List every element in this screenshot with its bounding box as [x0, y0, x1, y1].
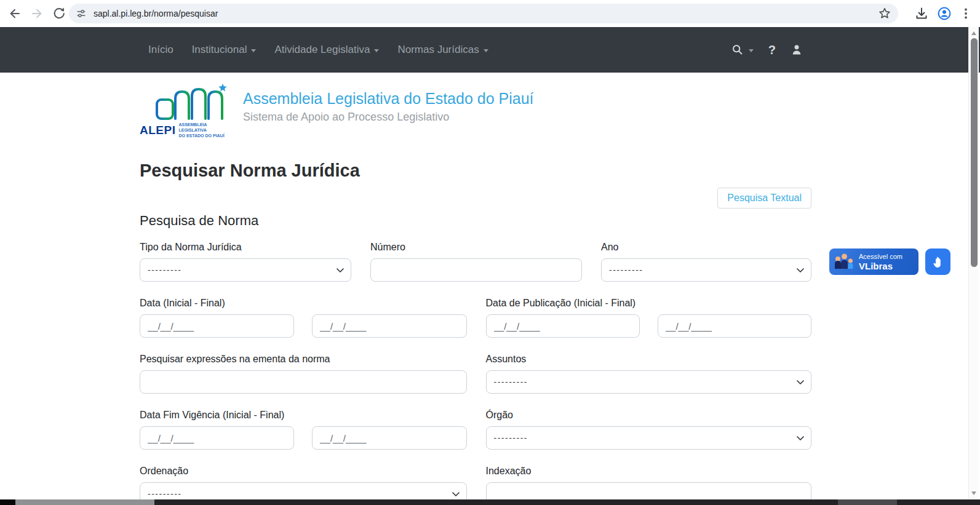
help-button[interactable]: ? — [768, 43, 776, 57]
nav-item-label: Atividade Legislativa — [274, 44, 370, 56]
brand-text: Assembleia Legislativa do Estado do Piau… — [243, 83, 534, 138]
profile-icon[interactable] — [937, 6, 952, 21]
ano-label: Ano — [601, 242, 811, 253]
back-icon[interactable] — [7, 6, 22, 21]
nav-item-institucional[interactable]: Institucional — [187, 39, 261, 61]
star-icon — [218, 84, 226, 92]
alepi-logo-glyph — [154, 83, 228, 121]
scrollbar-thumb[interactable] — [971, 38, 978, 267]
orgao-select[interactable]: --------- — [486, 426, 812, 450]
page-content: ALEPI ASSEMBLEIA LEGISLATIVADO ESTADO DO… — [0, 73, 980, 505]
menu-kebab-icon[interactable] — [958, 6, 973, 21]
chevron-down-icon — [797, 380, 804, 385]
browser-window: sapl.al.pi.leg.br/norma/pesquisar Início… — [0, 0, 980, 505]
scroll-down-arrow[interactable] — [971, 491, 976, 495]
nav-item-label: Início — [148, 44, 173, 56]
search-icon — [731, 43, 744, 57]
chevron-down-icon — [797, 268, 804, 273]
nav-item-normas-juridicas[interactable]: Normas Jurídicas — [392, 39, 493, 61]
tipo-norma-label: Tipo da Norma Jurídica — [140, 242, 351, 253]
selected-option: --------- — [148, 489, 181, 499]
data-label: Data (Inicial - Final) — [140, 298, 467, 309]
numero-label: Número — [370, 242, 582, 253]
system-subtitle: Sistema de Apoio ao Processo Legislativo — [243, 111, 534, 124]
address-bar[interactable]: sapl.al.pi.leg.br/norma/pesquisar — [69, 4, 898, 23]
chevron-down-icon — [374, 49, 379, 52]
tipo-norma-select[interactable]: --------- — [140, 258, 351, 282]
site-navbar: Início Institucional Atividade Legislati… — [0, 27, 980, 73]
selected-option: --------- — [494, 433, 528, 443]
nav-item-inicio[interactable]: Início — [143, 39, 178, 61]
indexacao-label: Indexação — [486, 466, 812, 477]
assuntos-select[interactable]: --------- — [486, 370, 812, 394]
scroll-up-arrow[interactable] — [971, 31, 976, 35]
data-fim-vigencia-final-input[interactable] — [312, 426, 466, 450]
brand-header: ALEPI ASSEMBLEIA LEGISLATIVADO ESTADO DO… — [140, 83, 811, 138]
data-publicacao-inicial-input[interactable] — [486, 314, 640, 338]
scrollbar-segment — [0, 499, 15, 505]
bookmark-star-icon[interactable] — [877, 6, 892, 21]
selected-option: --------- — [609, 265, 643, 275]
numero-input[interactable] — [370, 258, 582, 282]
reload-icon[interactable] — [52, 6, 66, 21]
data-inicial-input[interactable] — [140, 314, 294, 338]
vlibras-banner-button[interactable]: Acessível com VLibras — [829, 249, 918, 275]
selected-option: --------- — [494, 377, 528, 387]
pesquisa-textual-button[interactable]: Pesquisa Textual — [717, 188, 811, 209]
chevron-down-icon — [749, 49, 754, 52]
section-title: Pesquisa de Norma — [140, 213, 811, 229]
assuntos-label: Assuntos — [486, 354, 812, 365]
user-icon[interactable] — [791, 43, 803, 57]
chevron-down-icon — [797, 436, 804, 441]
forward-icon[interactable] — [30, 6, 44, 21]
vertical-scrollbar[interactable] — [968, 27, 979, 499]
nav-item-label: Institucional — [192, 44, 247, 56]
scrollbar-thumb[interactable] — [15, 499, 154, 505]
sign-language-hand-icon — [931, 255, 946, 269]
search-menu[interactable] — [731, 43, 754, 57]
data-fim-vigencia-label: Data Fim Vigência (Inicial - Final) — [140, 410, 467, 421]
nav-item-atividade-legislativa[interactable]: Atividade Legislativa — [269, 39, 384, 61]
alepi-logo[interactable]: ALEPI ASSEMBLEIA LEGISLATIVADO ESTADO DO… — [140, 83, 233, 138]
vlibras-banner-text: Acessível com VLibras — [859, 253, 902, 271]
page-title: Pesquisar Norma Jurídica — [140, 161, 811, 181]
url-text[interactable]: sapl.al.pi.leg.br/norma/pesquisar — [94, 9, 218, 18]
ano-select[interactable]: --------- — [601, 258, 811, 282]
chevron-down-icon — [452, 492, 460, 497]
ementa-input[interactable] — [140, 370, 467, 394]
ementa-label: Pesquisar expressões na ementa da norma — [140, 354, 467, 365]
vlibras-toggle-button[interactable] — [925, 249, 950, 275]
norma-search-form: Tipo da Norma Jurídica --------- Número … — [140, 242, 811, 505]
selected-option: --------- — [148, 265, 181, 275]
nav-item-label: Normas Jurídicas — [397, 44, 479, 56]
alepi-wordmark: ALEPI — [140, 124, 175, 137]
orgao-label: Órgão — [486, 410, 812, 421]
site-settings-icon[interactable] — [75, 7, 87, 20]
data-final-input[interactable] — [312, 314, 466, 338]
browser-toolbar: sapl.al.pi.leg.br/norma/pesquisar — [0, 0, 980, 27]
data-publicacao-label: Data de Publicação (Inicial - Final) — [486, 298, 812, 309]
org-title-link[interactable]: Assembleia Legislativa do Estado do Piau… — [243, 90, 534, 108]
chevron-down-icon — [337, 268, 344, 273]
data-fim-vigencia-inicial-input[interactable] — [140, 426, 294, 450]
data-publicacao-final-input[interactable] — [658, 314, 811, 338]
download-icon[interactable] — [914, 6, 929, 21]
alepi-logo-caption: ASSEMBLEIA LEGISLATIVADO ESTADO DO PIAUÍ — [178, 122, 233, 138]
scrollbar-segment — [838, 499, 897, 505]
ordenacao-label: Ordenação — [140, 466, 467, 477]
chevron-down-icon — [484, 49, 488, 52]
chevron-down-icon — [251, 49, 256, 52]
vlibras-avatars-icon — [833, 251, 855, 273]
horizontal-scrollbar[interactable] — [0, 499, 980, 505]
